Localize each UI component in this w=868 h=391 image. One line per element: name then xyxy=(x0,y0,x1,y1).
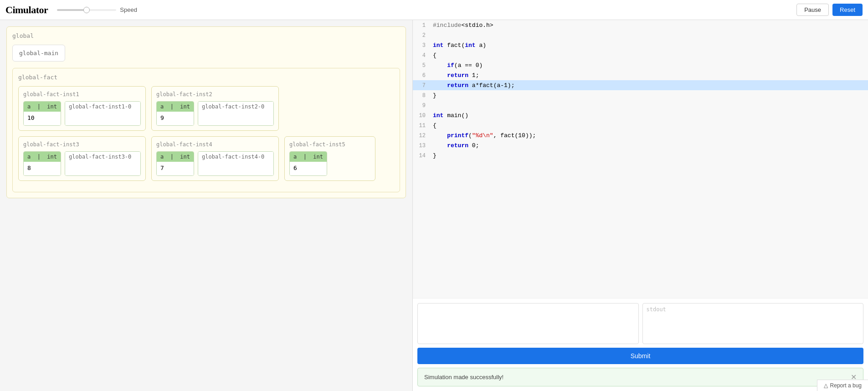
inst3-var-header: a | int xyxy=(24,152,61,162)
global-main-box: global-main xyxy=(12,45,65,62)
report-bug-label: Report a bug xyxy=(830,382,862,389)
line-number-3: 3 xyxy=(413,42,431,49)
success-message: Simulation made successfully! xyxy=(424,374,503,381)
inst1-slot: global-fact-inst1-0 xyxy=(65,101,141,126)
global-title: global xyxy=(12,32,400,39)
inst4-var-row: a | int 7 global-fact-inst4-0 xyxy=(156,151,274,176)
pause-button[interactable]: Pause xyxy=(796,4,829,16)
line-number-11: 11 xyxy=(413,122,431,129)
inst3-var-row: a | int 8 global-fact-inst3-0 xyxy=(23,151,141,176)
code-line-2: 2 xyxy=(413,30,868,40)
inst5-var-header: a | int xyxy=(290,152,327,162)
left-panel: global global-main global-fact global-fa… xyxy=(0,20,412,391)
inst2-slot: global-fact-inst2-0 xyxy=(198,101,274,126)
inst2-title: global-fact-inst2 xyxy=(156,91,274,98)
line-content-1: #include<stdio.h> xyxy=(431,22,493,29)
code-line-5: 5 if(a == 0) xyxy=(413,60,868,70)
inst2-var-a: a | int 9 xyxy=(156,101,194,126)
io-row: stdout xyxy=(417,303,863,344)
line-number-10: 10 xyxy=(413,112,431,119)
line-number-5: 5 xyxy=(413,62,431,69)
warning-icon: △ xyxy=(824,382,828,389)
line-number-4: 4 xyxy=(413,52,431,59)
line-number-8: 8 xyxy=(413,92,431,99)
inst4-slot-label: global-fact-inst4-0 xyxy=(198,152,273,162)
code-line-4: 4{ xyxy=(413,50,868,60)
report-bug-bar[interactable]: △ Report a bug xyxy=(817,380,868,391)
line-number-2: 2 xyxy=(413,32,431,39)
code-line-11: 11{ xyxy=(413,120,868,130)
success-banner: Simulation made successfully! ✕ xyxy=(417,368,863,386)
global-main-label: global-main xyxy=(19,50,58,57)
code-line-9: 9 xyxy=(413,100,868,110)
speed-control: Speed xyxy=(57,6,137,13)
inst4-slot-value xyxy=(198,162,273,175)
line-number-12: 12 xyxy=(413,132,431,139)
speed-slider[interactable] xyxy=(57,9,116,11)
inst2-var-header: a | int xyxy=(157,102,194,112)
line-number-7: 7 xyxy=(413,82,431,89)
code-line-13: 13 return 0; xyxy=(413,140,868,150)
inst3-slot-label: global-fact-inst3-0 xyxy=(65,152,140,162)
inst3-var-value: 8 xyxy=(24,162,61,175)
instance-box-5: global-fact-inst5 a | int 6 xyxy=(284,136,375,181)
line-number-14: 14 xyxy=(413,152,431,159)
line-content-7: return a*fact(a-1); xyxy=(431,82,514,89)
global-box: global global-main global-fact global-fa… xyxy=(6,26,406,198)
instance-box-4: global-fact-inst4 a | int 7 global-fact-… xyxy=(151,136,279,181)
instance-box-3: global-fact-inst3 a | int 8 global-fact-… xyxy=(18,136,146,181)
inst5-var-row: a | int 6 xyxy=(289,151,370,176)
inst1-slot-value xyxy=(65,112,140,125)
code-line-6: 6 return 1; xyxy=(413,70,868,80)
inst1-var-a: a | int 10 xyxy=(23,101,61,126)
inst1-title: global-fact-inst1 xyxy=(23,91,141,98)
code-line-8: 8} xyxy=(413,90,868,100)
inst3-slot-value xyxy=(65,162,140,175)
inst5-title: global-fact-inst5 xyxy=(289,141,370,148)
inst5-var-a: a | int 6 xyxy=(289,151,327,176)
inst2-var-row: a | int 9 global-fact-inst2-0 xyxy=(156,101,274,126)
main-layout: global global-main global-fact global-fa… xyxy=(0,20,868,391)
stdout-box: stdout xyxy=(642,303,864,344)
inst4-title: global-fact-inst4 xyxy=(156,141,274,148)
header-buttons: Pause Reset xyxy=(796,4,863,16)
code-line-7: 7 return a*fact(a-1); xyxy=(413,80,868,90)
reset-button[interactable]: Reset xyxy=(832,4,863,16)
code-line-3: 3int fact(int a) xyxy=(413,40,868,50)
inst1-var-header: a | int xyxy=(24,102,61,112)
line-number-6: 6 xyxy=(413,72,431,79)
line-content-3: int fact(int a) xyxy=(431,42,486,49)
inst3-slot: global-fact-inst3-0 xyxy=(65,151,141,176)
header: Cimulator Speed Pause Reset xyxy=(0,0,868,20)
line-content-4: { xyxy=(431,52,437,59)
inst2-slot-label: global-fact-inst2-0 xyxy=(198,102,273,112)
instance-box-2: global-fact-inst2 a | int 9 global-fact-… xyxy=(151,86,279,131)
app-logo: Cimulator xyxy=(5,4,48,16)
inst4-slot: global-fact-inst4-0 xyxy=(198,151,274,176)
line-content-8: } xyxy=(431,92,437,99)
code-area: 1#include<stdio.h>23int fact(int a)4{5 i… xyxy=(413,20,868,298)
stdin-input[interactable] xyxy=(417,303,639,344)
code-line-14: 14} xyxy=(413,150,868,160)
inst2-slot-value xyxy=(198,112,273,125)
line-content-10: int main() xyxy=(431,112,468,119)
inst4-var-a: a | int 7 xyxy=(156,151,194,176)
line-content-14: } xyxy=(431,152,437,159)
inst1-var-row: a | int 10 global-fact-inst1-0 xyxy=(23,101,141,126)
right-panel: 1#include<stdio.h>23int fact(int a)4{5 i… xyxy=(412,20,868,391)
line-number-13: 13 xyxy=(413,142,431,149)
line-number-9: 9 xyxy=(413,102,431,109)
code-line-12: 12 printf("%d\n", fact(10)); xyxy=(413,130,868,140)
line-content-13: return 0; xyxy=(431,142,479,149)
instance-row-1: global-fact-inst1 a | int 10 global-fact… xyxy=(18,86,394,131)
submit-button[interactable]: Submit xyxy=(417,348,863,364)
global-fact-title: global-fact xyxy=(18,74,394,81)
stdout-label: stdout xyxy=(647,306,666,313)
inst1-slot-label: global-fact-inst1-0 xyxy=(65,102,140,112)
inst4-var-header: a | int xyxy=(157,152,194,162)
line-content-5: if(a == 0) xyxy=(431,62,483,69)
line-content-12: printf("%d\n", fact(10)); xyxy=(431,132,536,139)
speed-label: Speed xyxy=(120,6,137,13)
inst3-title: global-fact-inst3 xyxy=(23,141,141,148)
inst4-var-value: 7 xyxy=(157,162,194,175)
